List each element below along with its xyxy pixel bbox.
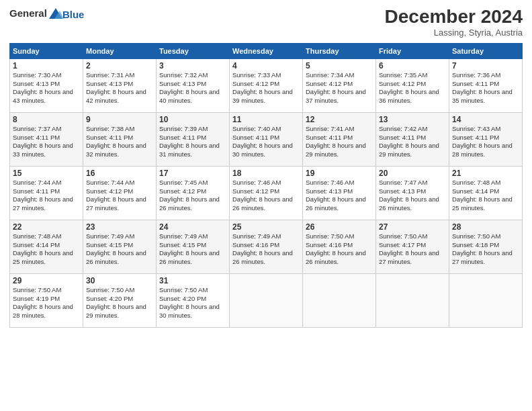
day-info: Sunrise: 7:50 AM Sunset: 4:17 PM Dayligh… (379, 232, 446, 267)
calendar-cell: 30 Sunrise: 7:50 AM Sunset: 4:20 PM Dayl… (83, 273, 157, 327)
calendar-cell (376, 273, 449, 327)
daylight-label: Daylight: 8 hours and 29 minutes. (86, 303, 146, 319)
sunrise-label: Sunrise: 7:49 AM (86, 232, 134, 240)
sunset-label: Sunset: 4:11 PM (13, 134, 60, 141)
day-number: 5 (306, 61, 373, 71)
day-info: Sunrise: 7:34 AM Sunset: 4:12 PM Dayligh… (306, 71, 373, 105)
sunrise-label: Sunrise: 7:34 AM (306, 71, 354, 79)
sunrise-label: Sunrise: 7:46 AM (306, 179, 354, 186)
sunset-label: Sunset: 4:11 PM (306, 134, 353, 141)
calendar-cell: 19 Sunrise: 7:46 AM Sunset: 4:13 PM Dayl… (303, 166, 376, 220)
calendar-cell: 1 Sunrise: 7:30 AM Sunset: 4:13 PM Dayli… (10, 58, 83, 112)
calendar-cell: 6 Sunrise: 7:35 AM Sunset: 4:12 PM Dayli… (376, 58, 449, 112)
day-number: 28 (452, 222, 519, 232)
week-row-2: 8 Sunrise: 7:37 AM Sunset: 4:11 PM Dayli… (10, 112, 523, 166)
day-info: Sunrise: 7:37 AM Sunset: 4:11 PM Dayligh… (13, 125, 80, 159)
sunset-label: Sunset: 4:13 PM (306, 187, 353, 195)
sunrise-label: Sunrise: 7:49 AM (232, 232, 281, 240)
sunrise-label: Sunrise: 7:36 AM (452, 71, 500, 79)
day-info: Sunrise: 7:46 AM Sunset: 4:12 PM Dayligh… (232, 179, 300, 213)
calendar-cell: 14 Sunrise: 7:43 AM Sunset: 4:11 PM Dayl… (449, 112, 523, 166)
daylight-label: Daylight: 8 hours and 39 minutes. (232, 88, 293, 104)
day-number: 20 (379, 169, 446, 178)
sunrise-label: Sunrise: 7:40 AM (232, 125, 281, 132)
daylight-label: Daylight: 8 hours and 27 minutes. (13, 195, 73, 212)
sunset-label: Sunset: 4:11 PM (159, 134, 206, 141)
sunrise-label: Sunrise: 7:50 AM (86, 286, 134, 293)
day-info: Sunrise: 7:47 AM Sunset: 4:13 PM Dayligh… (379, 179, 446, 213)
daylight-label: Daylight: 8 hours and 40 minutes. (159, 88, 220, 104)
sunset-label: Sunset: 4:18 PM (452, 241, 499, 248)
sunset-label: Sunset: 4:11 PM (86, 134, 133, 141)
daylight-label: Daylight: 8 hours and 32 minutes. (86, 142, 146, 158)
day-number: 8 (13, 115, 80, 124)
day-number: 4 (232, 61, 300, 71)
sunset-label: Sunset: 4:13 PM (379, 187, 426, 195)
calendar-cell: 16 Sunrise: 7:44 AM Sunset: 4:12 PM Dayl… (83, 166, 157, 220)
calendar-cell (303, 273, 376, 327)
day-info: Sunrise: 7:40 AM Sunset: 4:11 PM Dayligh… (232, 125, 300, 159)
daylight-label: Daylight: 8 hours and 30 minutes. (232, 142, 293, 158)
sunset-label: Sunset: 4:12 PM (232, 80, 279, 87)
sunrise-label: Sunrise: 7:50 AM (452, 232, 500, 240)
logo-blue-text: Blue (62, 9, 85, 20)
logo-icon (48, 7, 64, 21)
sunrise-label: Sunrise: 7:49 AM (159, 232, 208, 240)
sunrise-label: Sunrise: 7:39 AM (159, 125, 208, 132)
day-info: Sunrise: 7:45 AM Sunset: 4:12 PM Dayligh… (159, 179, 226, 213)
col-wednesday: Wednesday (230, 43, 303, 58)
location-subtitle: Lassing, Styria, Austria (385, 28, 523, 38)
day-info: Sunrise: 7:50 AM Sunset: 4:19 PM Dayligh… (13, 286, 80, 320)
sunset-label: Sunset: 4:11 PM (379, 134, 426, 141)
calendar-cell: 28 Sunrise: 7:50 AM Sunset: 4:18 PM Dayl… (449, 220, 523, 273)
sunset-label: Sunset: 4:11 PM (232, 134, 279, 141)
sunrise-label: Sunrise: 7:50 AM (159, 286, 208, 293)
daylight-label: Daylight: 8 hours and 42 minutes. (86, 88, 146, 104)
day-number: 6 (379, 61, 446, 71)
day-info: Sunrise: 7:33 AM Sunset: 4:12 PM Dayligh… (232, 71, 300, 105)
calendar-cell: 24 Sunrise: 7:49 AM Sunset: 4:15 PM Dayl… (157, 220, 230, 273)
daylight-label: Daylight: 8 hours and 26 minutes. (86, 249, 146, 265)
day-number: 16 (86, 169, 153, 178)
sunset-label: Sunset: 4:20 PM (159, 295, 206, 302)
sunrise-label: Sunrise: 7:43 AM (452, 125, 500, 132)
calendar-cell: 3 Sunrise: 7:32 AM Sunset: 4:13 PM Dayli… (157, 58, 230, 112)
sunset-label: Sunset: 4:19 PM (13, 295, 60, 302)
calendar-cell: 10 Sunrise: 7:39 AM Sunset: 4:11 PM Dayl… (157, 112, 230, 166)
sunrise-label: Sunrise: 7:41 AM (306, 125, 354, 132)
sunset-label: Sunset: 4:12 PM (232, 187, 279, 195)
day-number: 22 (13, 222, 80, 232)
calendar-cell: 29 Sunrise: 7:50 AM Sunset: 4:19 PM Dayl… (10, 273, 83, 327)
sunset-label: Sunset: 4:12 PM (379, 80, 426, 87)
daylight-label: Daylight: 8 hours and 28 minutes. (452, 142, 513, 158)
daylight-label: Daylight: 8 hours and 29 minutes. (306, 142, 366, 158)
sunset-label: Sunset: 4:16 PM (306, 241, 353, 248)
sunset-label: Sunset: 4:12 PM (159, 187, 206, 195)
day-number: 24 (159, 222, 226, 232)
col-thursday: Thursday (303, 43, 376, 58)
calendar-cell: 17 Sunrise: 7:45 AM Sunset: 4:12 PM Dayl… (157, 166, 230, 220)
day-number: 17 (159, 169, 226, 178)
calendar-cell: 12 Sunrise: 7:41 AM Sunset: 4:11 PM Dayl… (303, 112, 376, 166)
day-info: Sunrise: 7:49 AM Sunset: 4:15 PM Dayligh… (86, 232, 153, 267)
calendar-cell: 23 Sunrise: 7:49 AM Sunset: 4:15 PM Dayl… (83, 220, 157, 273)
calendar-cell: 25 Sunrise: 7:49 AM Sunset: 4:16 PM Dayl… (230, 220, 303, 273)
daylight-label: Daylight: 8 hours and 26 minutes. (232, 249, 293, 265)
daylight-label: Daylight: 8 hours and 27 minutes. (379, 249, 439, 265)
calendar-cell: 26 Sunrise: 7:50 AM Sunset: 4:16 PM Dayl… (303, 220, 376, 273)
daylight-label: Daylight: 8 hours and 29 minutes. (379, 142, 439, 158)
sunrise-label: Sunrise: 7:50 AM (306, 232, 354, 240)
day-info: Sunrise: 7:48 AM Sunset: 4:14 PM Dayligh… (13, 232, 80, 267)
daylight-label: Daylight: 8 hours and 26 minutes. (306, 249, 366, 265)
calendar-cell: 18 Sunrise: 7:46 AM Sunset: 4:12 PM Dayl… (230, 166, 303, 220)
day-number: 3 (159, 61, 226, 71)
day-info: Sunrise: 7:50 AM Sunset: 4:20 PM Dayligh… (86, 286, 153, 320)
day-number: 27 (379, 222, 446, 232)
sunrise-label: Sunrise: 7:48 AM (13, 232, 61, 240)
calendar-cell: 4 Sunrise: 7:33 AM Sunset: 4:12 PM Dayli… (230, 58, 303, 112)
daylight-label: Daylight: 8 hours and 26 minutes. (306, 195, 366, 212)
day-number: 7 (452, 61, 519, 71)
sunrise-label: Sunrise: 7:31 AM (86, 71, 134, 79)
day-number: 14 (452, 115, 519, 124)
calendar-cell: 7 Sunrise: 7:36 AM Sunset: 4:11 PM Dayli… (449, 58, 523, 112)
